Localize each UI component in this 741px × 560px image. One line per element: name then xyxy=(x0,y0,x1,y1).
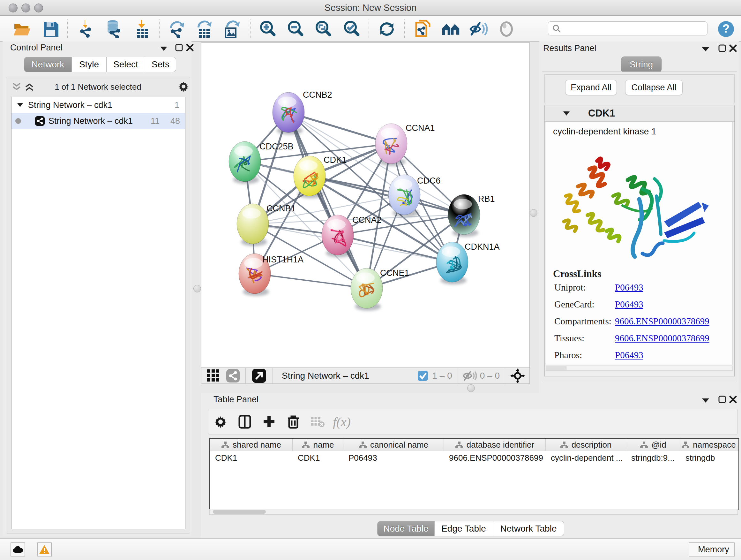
node-CDC25B[interactable] xyxy=(229,141,261,184)
left-splitter-handle[interactable] xyxy=(193,285,201,293)
panel-float-icon[interactable] xyxy=(718,395,726,403)
panel-close-icon[interactable] xyxy=(729,395,737,403)
node-RB1[interactable] xyxy=(448,194,480,237)
network-graph[interactable]: CCNB2CCNA1CDC25BCDK1CDC6RB1CCNB1CCNA2CDK… xyxy=(201,43,529,368)
panel-float-icon[interactable] xyxy=(175,44,183,52)
birdseye-toggle-icon[interactable] xyxy=(510,368,525,383)
refresh-button[interactable] xyxy=(378,20,396,38)
expander-icon[interactable] xyxy=(562,111,570,116)
network-row[interactable]: String Network – cdk1 11 48 xyxy=(11,113,185,129)
column-header-@id[interactable]: @id xyxy=(626,439,680,451)
bottom-splitter-handle[interactable] xyxy=(467,384,475,392)
search-input[interactable] xyxy=(561,23,699,34)
table-row[interactable]: CDK1CDK1P064939606.ENSP00000378699cyclin… xyxy=(210,451,738,464)
crosslink-link[interactable]: P06493 xyxy=(615,299,643,310)
table-cell[interactable]: CDK1 xyxy=(293,451,343,464)
right-splitter-handle[interactable] xyxy=(530,209,537,217)
warnings-button[interactable] xyxy=(37,543,52,557)
crosslink-link[interactable]: 9606.ENSP00000378699 xyxy=(615,316,710,327)
table-cell[interactable]: P06493 xyxy=(343,451,444,464)
table-cell[interactable]: cyclin-dependent ... xyxy=(546,451,626,464)
tab-select[interactable]: Select xyxy=(107,57,145,72)
panel-collapse-icon[interactable] xyxy=(701,398,710,403)
table-cell[interactable]: 9606.ENSP00000378699 xyxy=(444,451,546,464)
zoom-selected-button[interactable] xyxy=(342,20,361,38)
show-columns-button[interactable] xyxy=(232,415,257,429)
hide-graphics-details-button[interactable] xyxy=(469,20,488,38)
edge-CCNA2-CDKN1A[interactable] xyxy=(338,235,452,262)
panel-collapse-icon[interactable] xyxy=(701,47,710,52)
tab-sets[interactable]: Sets xyxy=(145,57,176,72)
export-table-button[interactable] xyxy=(195,20,213,38)
crosslink-label: Compartments: xyxy=(546,316,615,327)
hidden-eye-icon xyxy=(463,370,477,381)
memory-button[interactable]: Memory xyxy=(689,543,735,557)
gear-icon[interactable] xyxy=(178,81,189,92)
crosslink-link[interactable]: 9606.ENSP00000378699 xyxy=(615,333,710,344)
export-network-button[interactable] xyxy=(167,20,186,38)
tab-string[interactable]: String xyxy=(621,57,662,72)
import-network-database-button[interactable] xyxy=(104,20,123,38)
node-CDC6[interactable] xyxy=(388,175,420,217)
network-collection-row[interactable]: String Network – cdk1 1 xyxy=(11,97,185,113)
column-header-namespace[interactable]: namespace xyxy=(680,439,737,451)
column-header-name[interactable]: name xyxy=(293,439,343,451)
string-view-icon[interactable] xyxy=(226,369,240,382)
import-network-file-button[interactable] xyxy=(76,20,94,38)
panel-close-icon[interactable] xyxy=(729,44,737,52)
tab-style[interactable]: Style xyxy=(72,57,107,72)
tab-edge-table[interactable]: Edge Table xyxy=(434,521,493,537)
tab-network[interactable]: Network xyxy=(24,57,72,72)
expand-all-button[interactable]: Expand All xyxy=(565,80,617,95)
search-field[interactable] xyxy=(548,21,708,36)
column-header-shared-name[interactable]: shared name xyxy=(210,439,293,451)
table-cell[interactable]: CDK1 xyxy=(210,451,293,464)
gene-entry-header[interactable]: CDK1 xyxy=(545,105,734,122)
column-header-database-identifier[interactable]: database identifier xyxy=(444,439,546,451)
network-analyzer-button[interactable] xyxy=(442,20,460,38)
tab-network-table[interactable]: Network Table xyxy=(493,521,564,537)
results-scrollbar[interactable] xyxy=(546,366,733,371)
zoom-in-button[interactable] xyxy=(259,20,277,38)
share-document-button[interactable] xyxy=(414,20,432,38)
table-cell[interactable]: stringdb xyxy=(680,451,737,464)
node-CCNA1[interactable] xyxy=(375,124,407,166)
import-table-file-button[interactable] xyxy=(133,20,152,38)
open-in-new-window-icon[interactable] xyxy=(252,369,266,383)
edge-CCNE1-HIST1H1A[interactable] xyxy=(255,273,367,288)
node-CDK1[interactable] xyxy=(293,156,326,198)
node-CCNB1[interactable] xyxy=(237,204,269,246)
cloud-button[interactable] xyxy=(10,543,25,557)
table-cell[interactable]: stringdb:9... xyxy=(626,451,680,464)
panel-float-icon[interactable] xyxy=(718,44,726,52)
selected-checkbox-icon[interactable] xyxy=(417,370,428,381)
tab-node-table[interactable]: Node Table xyxy=(377,521,434,537)
delete-column-button[interactable] xyxy=(281,415,306,429)
help-button[interactable]: ? xyxy=(717,20,735,38)
collapse-all-button[interactable]: Collapse All xyxy=(625,80,683,95)
grayed-eye-button[interactable] xyxy=(497,20,516,38)
crosslink-row: GeneCard:P06493 xyxy=(546,299,732,316)
node-table[interactable]: shared namenamecanonical namedatabase id… xyxy=(209,438,739,509)
node-CCNB2[interactable] xyxy=(273,92,305,135)
panel-collapse-icon[interactable] xyxy=(159,46,168,51)
table-settings-button[interactable] xyxy=(208,415,232,428)
export-image-button[interactable] xyxy=(222,20,241,38)
open-session-button[interactable] xyxy=(13,20,31,38)
zoom-fit-button[interactable] xyxy=(314,20,333,38)
node-CDKN1A[interactable] xyxy=(436,242,468,285)
crosslink-link[interactable]: P06493 xyxy=(615,282,643,293)
column-header-description[interactable]: description xyxy=(546,439,626,451)
zoom-out-button[interactable] xyxy=(286,20,305,38)
network-view[interactable]: CCNB2CCNA1CDC25BCDK1CDC6RB1CCNB1CCNA2CDK… xyxy=(201,43,530,368)
node-CCNA2[interactable] xyxy=(322,215,354,257)
expander-icon[interactable] xyxy=(17,103,23,108)
grid-mode-icon[interactable] xyxy=(206,369,220,383)
save-session-button[interactable] xyxy=(42,20,60,38)
column-header-canonical-name[interactable]: canonical name xyxy=(343,439,444,451)
table-hscrollbar[interactable] xyxy=(209,509,738,515)
crosslink-link[interactable]: P06493 xyxy=(615,350,643,361)
panel-close-icon[interactable] xyxy=(186,44,194,52)
add-column-button[interactable] xyxy=(257,415,281,428)
node-CCNE1[interactable] xyxy=(351,268,383,311)
